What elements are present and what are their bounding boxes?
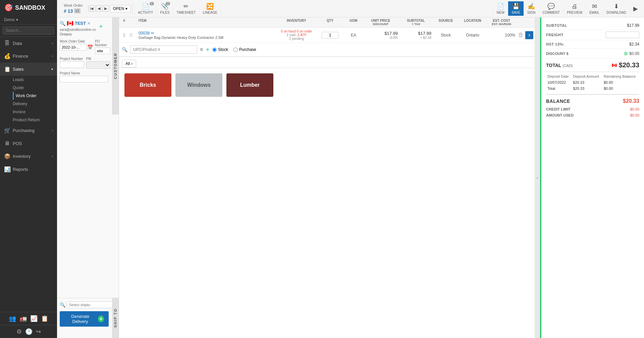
comment-action[interactable]: 💬 COMMENT	[539, 1, 563, 16]
purchase-radio-label[interactable]: Purchase	[233, 47, 256, 52]
truck-icon[interactable]: 🚛	[19, 315, 27, 322]
item-source: Stock	[434, 33, 458, 38]
project-number-input[interactable]	[60, 61, 84, 68]
sidebar-item-sales[interactable]: 📋 Sales ▾	[0, 63, 57, 76]
expand-item-btn[interactable]: ›	[525, 31, 533, 39]
discount-add-btn[interactable]: ⊕	[624, 50, 628, 57]
item-location: Ontario	[458, 33, 488, 38]
shipto-search: 🔍 +	[60, 301, 109, 309]
add-item-btn[interactable]: +	[206, 46, 210, 54]
email-action[interactable]: ✉ EMAIL	[586, 1, 603, 16]
credit-limit-value: $0.00	[630, 107, 639, 111]
nav-prev-btn[interactable]: ◀	[96, 5, 102, 12]
delete-item-btn[interactable]: 🗑	[518, 31, 524, 39]
subtotal-label: SUBTOTAL	[546, 23, 567, 27]
sidebar-item-delivery[interactable]: Delivery	[13, 100, 57, 108]
stock-radio[interactable]	[212, 48, 217, 52]
email-label: EMAIL	[589, 11, 599, 14]
category-card-bricks[interactable]: Bricks	[124, 73, 171, 97]
add-customer-btn[interactable]: +	[99, 23, 103, 30]
po-number-input[interactable]	[95, 48, 110, 54]
items-section: # ITEM INVENTORY QTY UOM UNIT PRICE DISC…	[119, 17, 535, 57]
qty-input[interactable]	[322, 32, 338, 39]
stock-radio-label[interactable]: Stock	[212, 47, 228, 52]
item-id-link[interactable]: 00038 ✏	[139, 31, 154, 36]
new-action[interactable]: 📄 NEW	[493, 1, 508, 16]
user-menu[interactable]: Demo ▾	[0, 15, 57, 24]
generate-delivery-btn[interactable]: Generate Delivery +	[60, 311, 109, 327]
sign-action[interactable]: ✍ SIGN	[524, 1, 539, 16]
deposit-total-remaining: $0.00	[602, 85, 639, 91]
sidebar-item-pos[interactable]: 🖥 POS	[0, 137, 57, 150]
wo-date-input[interactable]	[60, 44, 87, 51]
toolbar-right: 📄 NEW 💾 SAVE ✍ SIGN 💬 COMMENT 🖨 PREVIEW …	[493, 1, 641, 16]
logo-icon: 🎯	[4, 3, 13, 12]
amount-used-value: $0.00	[630, 113, 639, 117]
nav-next-btn[interactable]: ▶	[103, 5, 109, 12]
clock-icon[interactable]: 🕐	[25, 328, 33, 335]
purchase-radio[interactable]	[233, 48, 238, 52]
preview-action[interactable]: 🖨 PREVIEW	[563, 2, 586, 16]
pm-label: PM	[86, 57, 111, 61]
nav-first-btn[interactable]: |◀	[88, 5, 95, 12]
all-tab[interactable]: All ›	[122, 60, 136, 68]
timesheet-label: TIMESHEET	[176, 11, 196, 14]
sidebar-item-finance[interactable]: 💰 Finance ›	[0, 50, 57, 63]
project-name-input[interactable]	[60, 76, 108, 82]
customer-name[interactable]: TEST	[75, 21, 86, 26]
atp-value: -2 ATP	[297, 33, 307, 37]
category-label: Windows	[187, 82, 211, 88]
grid-icon[interactable]: 📋	[41, 315, 48, 322]
sidebar-item-quote[interactable]: Quote	[13, 84, 57, 92]
timesheet-action[interactable]: ✏ TIMESHEET	[173, 1, 199, 16]
calendar-icon[interactable]: 📅	[87, 45, 93, 50]
col-header-num: #	[119, 19, 129, 26]
sidebar-item-inventory[interactable]: 📦 Inventory ›	[0, 150, 57, 163]
clear-customer-icon[interactable]: ✕	[87, 21, 91, 26]
category-card-windows[interactable]: Windows	[175, 73, 222, 97]
sidebar-item-work-order[interactable]: Work Order	[13, 92, 57, 100]
col-header-subtotal: SUBTOTAL + TAX	[400, 19, 434, 26]
col-header-price: UNIT PRICE DISCOUNT	[364, 19, 400, 26]
lineage-action[interactable]: 🔀 LINEAGE	[200, 1, 221, 16]
sidebar-item-invoice[interactable]: Invoice	[13, 108, 57, 116]
app-logo: 🎯 SANDBOX	[0, 0, 57, 15]
content-area: 🔍 🇨🇦 TEST ✕ + sara@sandboxonline.co Onta…	[57, 17, 644, 338]
pm-select[interactable]	[86, 61, 111, 69]
item-inventory: 0 on hand 0 on order 2 sold -2 ATP 1 pen…	[276, 29, 317, 41]
discount-controls: ⊕ $0.00	[624, 50, 639, 57]
people-icon[interactable]: 👥	[9, 315, 16, 322]
collapse-panel-btn[interactable]: ‹	[535, 17, 540, 338]
col-header-location: LOCATION	[458, 19, 488, 26]
activity-action[interactable]: 📄 0 ACTIVITY	[135, 1, 157, 16]
search-input[interactable]	[3, 26, 54, 35]
credit-limit-row: CREDIT LIMIT $0.00	[546, 106, 639, 112]
sidebar-item-product-return[interactable]: Product Return	[13, 116, 57, 124]
sidebar-item-leads[interactable]: Leads	[13, 76, 57, 84]
save-label: SAVE	[512, 11, 520, 14]
subtotal-value: $17.99	[627, 23, 639, 28]
shipto-input[interactable]	[67, 301, 118, 308]
logout-icon[interactable]: ↪	[36, 328, 41, 335]
menu-icon-btn[interactable]: ≡	[200, 47, 203, 53]
chart-icon[interactable]: 📈	[30, 315, 38, 322]
new-label: NEW	[497, 11, 504, 14]
settings-icon[interactable]: ⚙	[16, 328, 22, 335]
item-actions: 🗑 ›	[518, 31, 535, 39]
search-icon: 🔍	[60, 21, 65, 26]
upc-input[interactable]	[130, 46, 197, 54]
more-action[interactable]: ▶	[630, 4, 641, 14]
freight-input[interactable]	[606, 31, 639, 38]
sidebar-item-purchasing[interactable]: 🛒 Purchasing ›	[0, 124, 57, 137]
sidebar-item-data[interactable]: 🗄 Data ›	[0, 37, 57, 50]
files-action[interactable]: 📎 0 FILES	[157, 1, 173, 16]
save-action[interactable]: 💾 SAVE	[508, 1, 524, 16]
items-table-header: # ITEM INVENTORY QTY UOM UNIT PRICE DISC…	[119, 17, 535, 27]
sales-icon: 📋	[4, 66, 10, 72]
drag-handle[interactable]: ☰	[129, 33, 136, 38]
category-card-lumber[interactable]: Lumber	[226, 73, 273, 97]
col-header-actions	[518, 19, 535, 26]
download-action[interactable]: ⬇ DOWNLOAD	[603, 1, 630, 16]
sidebar-item-reports[interactable]: 📊 Reports	[0, 163, 57, 176]
open-dropdown-btn[interactable]: OPEN ▾	[110, 5, 130, 12]
